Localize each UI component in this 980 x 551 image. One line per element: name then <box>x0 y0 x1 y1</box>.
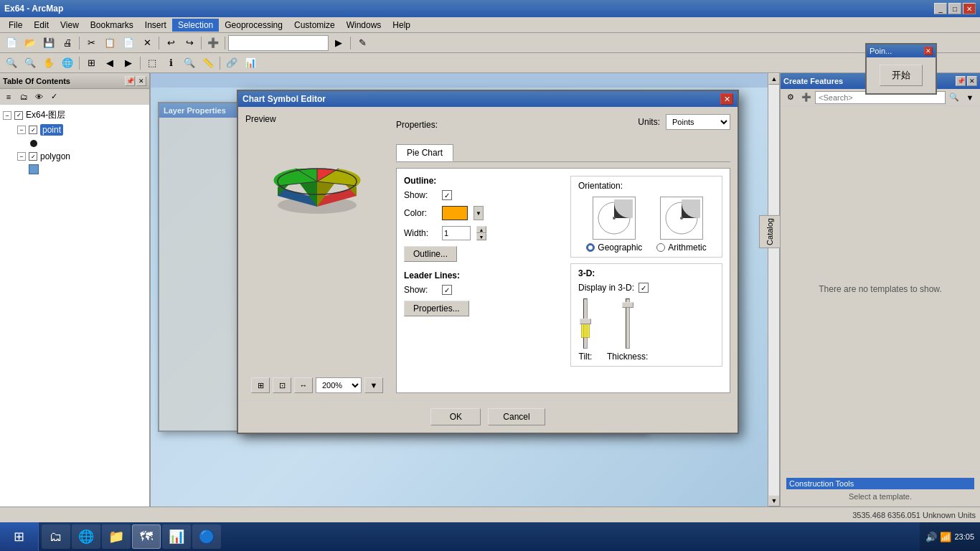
forward-btn[interactable]: ▶ <box>120 55 137 71</box>
maximize-button[interactable]: □ <box>948 3 961 14</box>
menu-geoprocessing[interactable]: Geoprocessing <box>219 19 288 32</box>
ok-button[interactable]: OK <box>430 408 481 425</box>
width-input[interactable] <box>442 226 471 240</box>
print-btn[interactable]: 🖨 <box>59 35 76 51</box>
measure-btn[interactable]: 📏 <box>199 55 217 71</box>
right-panel-pin[interactable]: 📌 <box>956 76 966 86</box>
minimize-button[interactable]: _ <box>934 3 947 14</box>
toc-expand-group[interactable]: − <box>3 111 11 120</box>
poin-start-btn[interactable]: 开始 <box>880 65 923 86</box>
add-data-btn[interactable]: ➕ <box>204 35 222 51</box>
toc-checkbox-polygon[interactable]: ✓ <box>29 152 37 161</box>
select-btn[interactable]: ⬚ <box>143 55 161 71</box>
zoom-in-btn[interactable]: 🔍 <box>3 55 20 71</box>
search-btn[interactable]: 🔍 <box>947 91 961 104</box>
taskbar-chrome[interactable]: 🌐 <box>72 524 100 549</box>
filter-btn[interactable]: ▼ <box>963 91 977 104</box>
redo-btn[interactable]: ↪ <box>181 35 198 51</box>
color-swatch[interactable] <box>442 206 468 220</box>
graph-btn[interactable]: 📊 <box>242 55 259 71</box>
zoom-fit-btn[interactable]: ⊞ <box>251 377 270 393</box>
zoom-width-btn[interactable]: ↔ <box>294 377 313 393</box>
open-btn[interactable]: 📂 <box>22 35 39 51</box>
outline-button[interactable]: Outline... <box>404 246 457 262</box>
toc-polygon-layer[interactable]: − ✓ polygon <box>17 150 146 163</box>
scroll-up-btn[interactable]: ▲ <box>768 73 780 85</box>
cancel-button[interactable]: Cancel <box>488 408 545 425</box>
taskbar-explorer[interactable]: 🗂 <box>42 524 70 549</box>
toc-by-source[interactable]: 🗂 <box>17 90 31 103</box>
width-down-btn[interactable]: ▼ <box>476 233 486 240</box>
arithmetic-radio[interactable] <box>656 243 665 252</box>
back-btn[interactable]: ◀ <box>101 55 118 71</box>
toc-expand-point[interactable]: − <box>17 126 26 134</box>
menu-view[interactable]: View <box>55 19 85 32</box>
tilt-thumb[interactable] <box>580 319 591 324</box>
poin-close[interactable]: ✕ <box>924 47 933 55</box>
taskbar-misc2[interactable]: 🔵 <box>192 524 221 549</box>
menu-help[interactable]: Help <box>387 19 416 32</box>
title-bar-controls: _ □ ✕ <box>934 3 976 14</box>
editor-btn[interactable]: ✎ <box>354 35 371 51</box>
menu-insert[interactable]: Insert <box>139 19 172 32</box>
toc-layer-group[interactable]: − ✓ Ex64-图层 <box>3 108 146 123</box>
start-button[interactable]: ⊞ <box>0 522 39 551</box>
color-dropdown-btn[interactable]: ▼ <box>473 206 484 220</box>
leader-show-checkbox[interactable] <box>442 285 452 295</box>
organize-btn[interactable]: ⚙ <box>783 91 798 104</box>
paste-btn[interactable]: 📄 <box>120 35 137 51</box>
new-template-btn[interactable]: ➕ <box>799 91 814 104</box>
scroll-down-btn[interactable]: ▼ <box>768 495 780 507</box>
preview-label: Preview <box>245 114 276 124</box>
scale-input[interactable] <box>228 35 329 51</box>
toc-checkbox-group[interactable]: ✓ <box>14 111 23 120</box>
menu-selection[interactable]: Selection <box>172 19 219 32</box>
menu-windows[interactable]: Windows <box>341 19 387 32</box>
close-button[interactable]: ✕ <box>963 3 976 14</box>
cut-btn[interactable]: ✂ <box>83 35 100 51</box>
zoom-fullsize-btn[interactable]: ⊡ <box>273 377 291 393</box>
toc-auto-hide[interactable]: 📌 <box>125 76 135 86</box>
geographic-radio[interactable] <box>586 243 595 252</box>
undo-btn[interactable]: ↩ <box>162 35 179 51</box>
zoom-out-btn[interactable]: 🔍 <box>22 55 39 71</box>
chart-dialog-close[interactable]: ✕ <box>720 93 733 105</box>
leader-properties-button[interactable]: Properties... <box>404 301 469 316</box>
taskbar-misc1[interactable]: 📊 <box>162 524 191 549</box>
toc-by-select[interactable]: ✓ <box>47 90 61 103</box>
world-btn[interactable]: 🌐 <box>59 55 76 71</box>
show-outline-checkbox[interactable] <box>442 190 452 200</box>
zoom-dropdown-btn[interactable]: ▼ <box>364 377 383 393</box>
toc-point-layer[interactable]: − ✓ point <box>17 123 146 137</box>
toc-expand-polygon[interactable]: − <box>17 152 26 161</box>
menu-file[interactable]: File <box>3 19 28 32</box>
taskbar-arcmap[interactable]: 🗺 <box>132 524 161 549</box>
width-up-btn[interactable]: ▲ <box>476 226 486 233</box>
new-btn[interactable]: 📄 <box>3 35 20 51</box>
menu-edit[interactable]: Edit <box>28 19 55 32</box>
toc-close[interactable]: ✕ <box>136 76 146 86</box>
units-select[interactable]: Points Inches Millimeters <box>666 114 730 130</box>
zoom-select[interactable]: 200% 100% 150% <box>316 377 362 393</box>
toc-checkbox-point[interactable]: ✓ <box>29 126 37 134</box>
catalog-tab[interactable]: Catalog <box>759 215 781 248</box>
save-btn[interactable]: 💾 <box>40 35 57 51</box>
toc-list-btn[interactable]: ≡ <box>1 90 16 103</box>
scroll-track[interactable] <box>768 85 779 495</box>
tab-pie-chart[interactable]: Pie Chart <box>396 144 453 161</box>
hyperlink-btn[interactable]: 🔗 <box>223 55 240 71</box>
right-panel-close[interactable]: ✕ <box>967 76 977 86</box>
menu-customize[interactable]: Customize <box>288 19 341 32</box>
thickness-thumb[interactable] <box>622 302 633 308</box>
go-btn[interactable]: ▶ <box>330 35 347 51</box>
menu-bookmarks[interactable]: Bookmarks <box>85 19 139 32</box>
toc-by-vis[interactable]: 👁 <box>32 90 46 103</box>
find-btn[interactable]: 🔍 <box>181 55 198 71</box>
copy-btn[interactable]: 📋 <box>101 35 118 51</box>
pan-btn[interactable]: ✋ <box>40 55 57 71</box>
delete-btn[interactable]: ✕ <box>138 35 156 51</box>
identify-btn[interactable]: ℹ <box>162 55 179 71</box>
taskbar-folder[interactable]: 📁 <box>102 524 131 549</box>
full-extent-btn[interactable]: ⊞ <box>83 55 100 71</box>
display-3d-checkbox[interactable] <box>639 283 649 293</box>
